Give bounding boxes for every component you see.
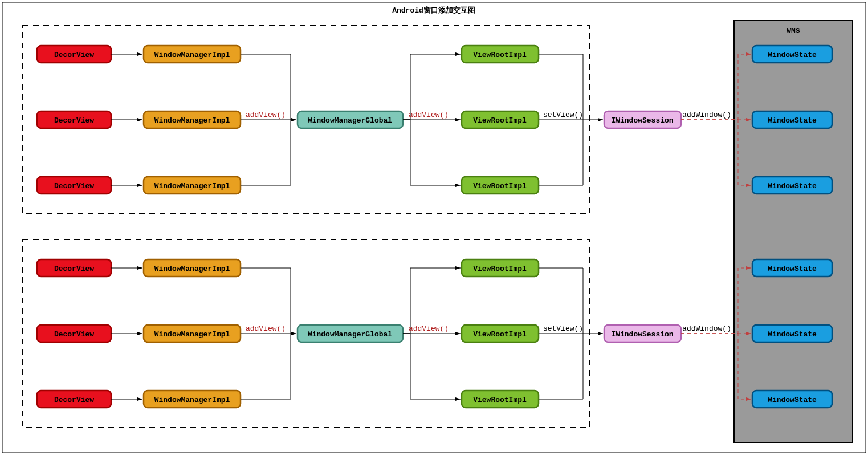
windowmanagerglobal-node: WindowManagerGlobal xyxy=(298,325,403,342)
windowstate-node: WindowState xyxy=(752,111,832,128)
decorview-node: DecorView xyxy=(37,46,111,63)
setview-label: setView() xyxy=(543,111,583,119)
windowstate-node: WindowState xyxy=(752,391,832,408)
windowmanagerglobal-node: WindowManagerGlobal xyxy=(298,111,403,128)
viewrootimpl-node: ViewRootImpl xyxy=(462,111,539,128)
decorview-node: DecorView xyxy=(37,391,111,408)
windowmanagerimpl-node: WindowManagerImpl xyxy=(144,325,241,342)
windowmanagerimpl-node: WindowManagerImpl xyxy=(144,259,241,277)
svg-text:WindowState: WindowState xyxy=(768,396,817,404)
wms-label: WMS xyxy=(787,27,800,35)
svg-text:IWindowSession: IWindowSession xyxy=(611,330,673,339)
svg-text:DecorView: DecorView xyxy=(54,265,94,273)
svg-text:WindowState: WindowState xyxy=(768,330,817,339)
svg-text:WindowManagerImpl: WindowManagerImpl xyxy=(154,396,230,404)
windowstate-node: WindowState xyxy=(752,259,832,277)
decorview-node: DecorView xyxy=(37,325,111,342)
svg-text:ViewRootImpl: ViewRootImpl xyxy=(473,265,527,273)
windowmanagerimpl-node: WindowManagerImpl xyxy=(144,46,241,63)
svg-text:ViewRootImpl: ViewRootImpl xyxy=(473,182,527,190)
addwindow-label: addWindow() xyxy=(682,324,731,333)
setview-label: setView() xyxy=(543,324,583,333)
windowstate-node: WindowState xyxy=(752,177,832,194)
decorview-node: DecorView xyxy=(37,259,111,277)
addwindow-label: addWindow() xyxy=(682,111,731,119)
viewrootimpl-node: ViewRootImpl xyxy=(462,46,539,63)
wms-container xyxy=(734,21,853,442)
svg-text:WindowManagerImpl: WindowManagerImpl xyxy=(154,182,230,190)
svg-text:IWindowSession: IWindowSession xyxy=(611,116,673,125)
decorview-node: DecorView xyxy=(37,111,111,128)
svg-text:WindowManagerImpl: WindowManagerImpl xyxy=(154,330,230,339)
diagram-canvas: Android窗口添加交互图 WMS DecorView DecorView D… xyxy=(0,0,868,455)
svg-text:WindowManagerGlobal: WindowManagerGlobal xyxy=(308,330,392,339)
decorview-node: DecorView xyxy=(37,177,111,194)
svg-text:WindowManagerImpl: WindowManagerImpl xyxy=(154,51,230,59)
iwindowsession-node: IWindowSession xyxy=(604,325,681,342)
svg-text:WindowManagerGlobal: WindowManagerGlobal xyxy=(308,116,392,125)
addview-label: addView() xyxy=(409,111,449,119)
viewrootimpl-node: ViewRootImpl xyxy=(462,391,539,408)
svg-text:WindowState: WindowState xyxy=(768,182,817,190)
windowmanagerimpl-node: WindowManagerImpl xyxy=(144,111,241,128)
iwindowsession-node: IWindowSession xyxy=(604,111,681,128)
svg-text:WindowState: WindowState xyxy=(768,116,817,125)
windowstate-node: WindowState xyxy=(752,46,832,63)
addview-label: addView() xyxy=(246,111,286,119)
windowmanagerimpl-node: WindowManagerImpl xyxy=(144,391,241,408)
viewrootimpl-node: ViewRootImpl xyxy=(462,177,539,194)
svg-text:WindowManagerImpl: WindowManagerImpl xyxy=(154,116,230,125)
windowmanagerimpl-node: WindowManagerImpl xyxy=(144,177,241,194)
svg-text:WindowState: WindowState xyxy=(768,51,817,59)
svg-text:ViewRootImpl: ViewRootImpl xyxy=(473,330,527,339)
svg-text:DecorView: DecorView xyxy=(54,116,94,125)
addview-label: addView() xyxy=(246,324,286,333)
diagram-title: Android窗口添加交互图 xyxy=(392,6,475,15)
addview-label: addView() xyxy=(409,324,449,333)
svg-text:DecorView: DecorView xyxy=(54,330,94,339)
windowstate-node: WindowState xyxy=(752,325,832,342)
svg-text:DecorView: DecorView xyxy=(54,51,94,59)
svg-text:DecorView: DecorView xyxy=(54,396,94,404)
svg-text:ViewRootImpl: ViewRootImpl xyxy=(473,396,527,404)
svg-text:DecorView: DecorView xyxy=(54,182,94,190)
svg-text:WindowManagerImpl: WindowManagerImpl xyxy=(154,265,230,273)
svg-text:ViewRootImpl: ViewRootImpl xyxy=(473,51,527,59)
svg-text:ViewRootImpl: ViewRootImpl xyxy=(473,116,527,125)
viewrootimpl-node: ViewRootImpl xyxy=(462,259,539,277)
svg-text:WindowState: WindowState xyxy=(768,265,817,273)
viewrootimpl-node: ViewRootImpl xyxy=(462,325,539,342)
